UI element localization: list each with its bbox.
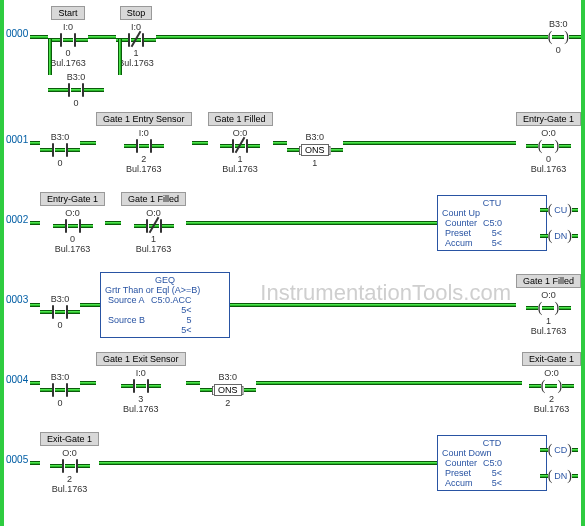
rung-number: 0000	[4, 6, 30, 39]
nc-contact-icon	[128, 33, 144, 47]
contact-start: Start I:0 0 Bul.1763	[48, 6, 88, 68]
contact-stop: Stop I:0 1 Bul.1763	[116, 6, 156, 68]
rung-number: 0004	[4, 352, 30, 385]
rung-number: 0003	[4, 272, 30, 305]
rung-3: 0003 B3:0 0 GEQ Grtr Than or Eql (A>=B) …	[4, 266, 581, 346]
no-contact-icon	[60, 33, 76, 47]
ons-b3-2: B3:0 [ONS] 2	[200, 358, 257, 408]
rung-number: 0005	[4, 432, 30, 465]
contact-exit-sensor: Gate 1 Exit Sensor I:0 3 Bul.1763	[96, 352, 186, 414]
rung-1: 0001 B3:0 0 Gate 1 Entry Sensor I:0 2 Bu…	[4, 106, 581, 186]
ctd-block: CTD Count Down CounterC5:0 Preset5< Accu…	[437, 435, 547, 491]
contact-entry-gate1: Entry-Gate 1 O:0 0 Bul.1763	[40, 192, 105, 254]
ons-b3-1: B3:0 [ONS] 1	[287, 118, 344, 168]
contact-b3-0-r3: B3:0 0	[40, 280, 80, 330]
contact-gate1-filled: Gate 1 Filled O:0 1 Bul.1763	[208, 112, 273, 174]
contact-gate1-filled-2: Gate 1 Filled O:0 1 Bul.1763	[121, 192, 186, 254]
parallel-contact-b3-0: B3:0 0	[56, 72, 96, 108]
rung-2: 0002 Entry-Gate 1 O:0 0 Bul.1763 Gate 1 …	[4, 186, 581, 266]
geq-block: GEQ Grtr Than or Eql (A>=B) Source AC5:0…	[100, 272, 230, 338]
rung-0: 0000 Start I:0 0 Bul.1763 Stop I:0	[4, 0, 581, 80]
contact-b3-0: B3:0 0	[40, 118, 80, 168]
contact-b3-0-r4: B3:0 0	[40, 358, 80, 408]
output-coil-b3-0: B3:0 () 0	[536, 19, 581, 55]
rung-4: 0004 B3:0 0 Gate 1 Exit Sensor I:0 3 Bul…	[4, 346, 581, 426]
rung-number: 0002	[4, 192, 30, 225]
output-gate1-filled: Gate 1 Filled O:0 () 1 Bul.1763	[516, 274, 581, 336]
rung-5: 0005 Exit-Gate 1 O:0 2 Bul.1763 CTD Coun…	[4, 426, 581, 506]
contact-exit-gate1: Exit-Gate 1 O:0 2 Bul.1763	[40, 432, 99, 494]
output-entry-gate1: Entry-Gate 1 O:0 () 0 Bul.1763	[516, 112, 581, 174]
contact-entry-sensor: Gate 1 Entry Sensor I:0 2 Bul.1763	[96, 112, 192, 174]
ladder-diagram: InstrumentationTools.com 0000 Start I:0 …	[0, 0, 585, 526]
rung-number: 0001	[4, 112, 30, 145]
ctu-block: CTU Count Up CounterC5:0 Preset5< Accum5…	[437, 195, 547, 251]
output-exit-gate1: Exit-Gate 1 O:0 () 2 Bul.1763	[522, 352, 581, 414]
